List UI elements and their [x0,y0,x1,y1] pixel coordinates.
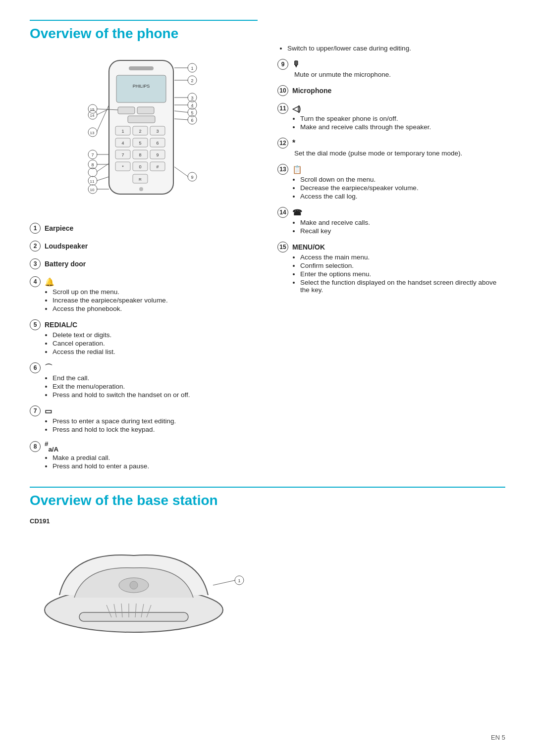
bullet: Press and hold to switch the handset on … [53,391,258,399]
item-15: 15 MENU/OK Access the main menu. Confirm… [277,242,505,294]
item-label-1: Earpiece [45,224,73,232]
item-number-10: 10 [277,85,288,96]
item-icon-9: 🎙 [292,60,300,69]
item-number-2: 2 [30,241,41,252]
phone-svg: PHILIPS 1 2 3 4 5 6 [79,55,208,204]
bullet: Access the redial list. [53,348,258,355]
svg-text:4: 4 [191,103,193,108]
svg-text:13: 13 [90,131,95,135]
item-label-3: Battery door [45,260,86,268]
item-number-5: 5 [30,319,41,330]
svg-text:10: 10 [90,188,95,192]
svg-rect-1 [129,66,154,70]
item-10: 10 Microphone [277,85,505,96]
item-14: 14 ☎ Make and receive calls. Recall key [277,207,505,235]
base-svg: 1 [30,531,277,640]
item-bullets-13: Scroll down on the menu. Decrease the ea… [277,176,505,200]
bullet: Decrease the earpiece/speaker volume. [300,184,505,192]
svg-point-33 [139,187,143,191]
item-bullets-14: Make and receive calls. Recall key [277,219,505,235]
svg-rect-5 [137,107,154,114]
bullet: Scroll up on the menu. [53,288,258,296]
pre-bullets: Switch to upper/lower case during editin… [277,45,505,52]
svg-text:1: 1 [191,66,193,71]
item-bullets-5: Delete text or digits. Cancel operation.… [30,331,258,355]
bullet: Make a predial call. [53,454,258,461]
bullet: Scroll down on the menu. [300,176,505,183]
svg-text:9: 9 [156,152,159,157]
item-icon-7: ▭ [45,406,52,416]
base-model-label: CD191 [30,517,505,525]
svg-text:3: 3 [156,129,159,134]
bullet: Confirm selection. [300,262,505,269]
item-number-14: 14 [277,207,288,218]
item-3: 3 Battery door [30,258,258,269]
svg-text:6: 6 [156,141,159,146]
item-4: 4 🔔 Scroll up on the menu. Increase the … [30,276,258,312]
item-9: 9 🎙 Mute or unmute the microphone. [277,59,505,78]
svg-text:14: 14 [90,113,95,118]
item-number-3: 3 [30,258,41,269]
svg-text:8: 8 [91,162,94,167]
svg-text:9: 9 [191,175,193,180]
item-bullets-7: Press to enter a space during text editi… [30,417,258,433]
bullet: Press to enter a space during text editi… [53,417,258,425]
page-footer: EN 5 [491,734,505,741]
svg-text:*: * [122,164,124,169]
svg-line-67 [97,163,109,172]
item-number-8: 8 [30,441,41,452]
item-number-4: 4 [30,276,41,287]
item-6: 6 ⌒ End the call. Exit the menu/operatio… [30,362,258,399]
svg-text:1: 1 [121,129,124,134]
svg-text:8: 8 [139,152,141,157]
item-13: 13 📋 Scroll down on the menu. Decrease t… [277,164,505,200]
item-label-10: Microphone [292,87,331,95]
item-desc-9: Mute or unmute the microphone. [277,71,505,78]
svg-text:#: # [156,164,159,169]
item-number-13: 13 [277,164,288,175]
svg-rect-2 [116,75,166,102]
item-number-6: 6 [30,362,41,373]
item-icon-8: #a/A [45,440,58,453]
bullet: Enter the options menu. [300,270,505,278]
item-icon-13: 📋 [292,165,302,174]
item-bullets-15: Access the main menu. Confirm selection.… [277,253,505,294]
svg-point-68 [88,168,97,177]
bullet: Access the phonebook. [53,305,258,312]
page-number: EN 5 [491,734,505,741]
bullet: Turn the speaker phone is on/off. [300,115,505,122]
svg-text:5: 5 [139,141,141,146]
svg-text:7: 7 [91,152,94,157]
base-station-section: Overview of the base station CD191 [30,487,505,640]
svg-rect-4 [118,107,135,114]
svg-text:4: 4 [121,141,124,146]
svg-text:2: 2 [139,129,141,134]
item-icon-12: * [292,139,295,148]
item-label-2: Loudspeaker [45,242,88,250]
bullet: Delete text or digits. [53,331,258,339]
svg-text:PHILIPS: PHILIPS [133,84,150,89]
item-icon-4: 🔔 [45,277,54,287]
bullet: Select the function displayed on the han… [300,279,505,294]
phone-section-title: Overview of the phone [30,20,258,42]
svg-text:7: 7 [121,152,124,157]
item-number-11: 11 [277,103,288,114]
item-number-1: 1 [30,223,41,234]
svg-text:11: 11 [90,179,95,184]
svg-text:0: 0 [139,164,141,169]
item-label-5: REDIAL/C [45,321,77,329]
svg-line-46 [174,111,188,112]
item-label-15: MENU/OK [292,243,325,251]
svg-text:2: 2 [191,78,193,83]
item-11: 11 ◁) Turn the speaker phone is on/off. … [277,103,505,131]
svg-rect-6 [128,116,155,123]
item-bullets-6: End the call. Exit the menu/operation. P… [30,374,258,399]
item-icon-6: ⌒ [45,363,53,373]
item-desc-12: Set the dial mode (pulse mode or tempora… [277,150,505,157]
item-8: 8 #a/A Make a predial call. Press and ho… [30,440,258,470]
base-station-diagram: 1 [30,531,505,640]
svg-text:R: R [139,177,142,182]
svg-text:15: 15 [90,107,95,112]
bullet: End the call. [53,374,258,382]
item-icon-14: ☎ [292,208,302,217]
